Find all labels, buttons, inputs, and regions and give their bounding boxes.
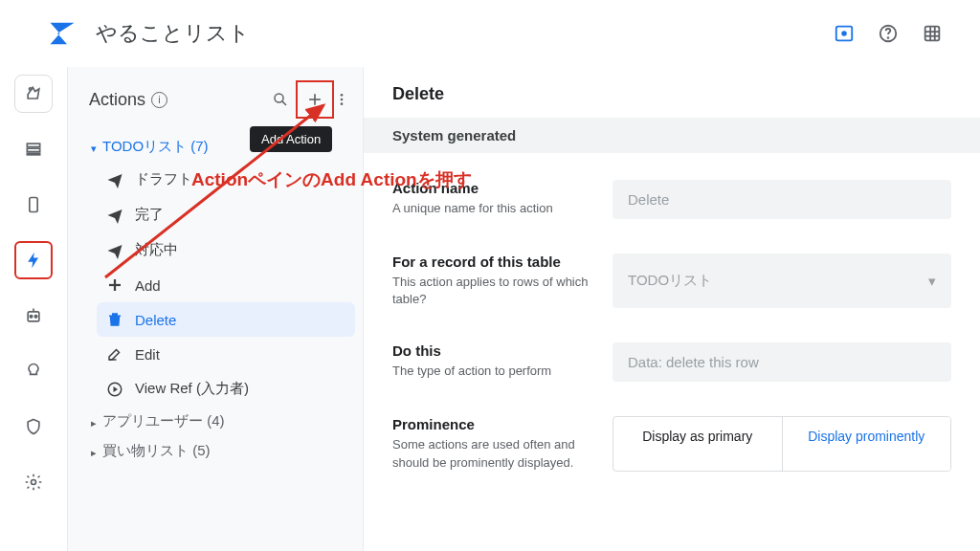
rail-views[interactable] (14, 186, 53, 224)
plane-icon (106, 207, 123, 224)
chevron-down-icon: ▾ (928, 273, 936, 290)
action-item[interactable]: Edit (97, 337, 355, 371)
svg-rect-13 (27, 153, 39, 155)
svg-rect-5 (925, 27, 940, 41)
plane-icon (106, 171, 123, 188)
do-this-select: Data: delete this row (612, 342, 951, 382)
field-help: A unique name for this action (392, 200, 593, 217)
field-help: Some actions are used often and should b… (392, 436, 593, 471)
svg-rect-11 (27, 143, 39, 146)
grid-button[interactable] (913, 14, 951, 53)
info-icon[interactable]: i (151, 92, 167, 108)
more-icon[interactable] (334, 84, 349, 115)
action-item-label: Edit (135, 346, 160, 363)
svg-point-20 (32, 480, 36, 485)
svg-rect-14 (30, 198, 37, 212)
plus-icon (106, 276, 123, 294)
section-header: System generated (364, 118, 980, 153)
action-item[interactable]: ドラフト (97, 162, 355, 197)
svg-point-21 (275, 94, 283, 102)
svg-marker-0 (51, 23, 75, 45)
svg-point-4 (888, 37, 889, 38)
action-name-input: Delete (612, 180, 951, 219)
field-label: Action name (392, 180, 593, 196)
group-shopping[interactable]: 買い物リスト (5) (87, 436, 355, 466)
svg-point-17 (30, 316, 33, 319)
field-label: Prominence (392, 416, 593, 432)
action-item[interactable]: 完了 (97, 197, 355, 232)
preview-button[interactable] (825, 14, 863, 53)
field-label: For a record of this table (392, 253, 593, 270)
add-action-tooltip: Add Action (250, 126, 332, 152)
svg-line-22 (282, 101, 286, 105)
svg-point-26 (341, 99, 344, 101)
app-title: やることリスト (96, 19, 250, 48)
svg-marker-31 (114, 386, 119, 392)
group-users[interactable]: アプリユーザー (4) (87, 407, 355, 436)
prominence-option-primary[interactable]: Display as primary (613, 417, 783, 470)
svg-rect-12 (27, 148, 39, 151)
rail-automation[interactable] (14, 297, 53, 335)
left-rail (0, 67, 67, 551)
chevron-right-icon (91, 443, 97, 459)
help-button[interactable] (869, 14, 907, 53)
edit-icon (106, 345, 123, 363)
rail-actions[interactable] (14, 241, 53, 279)
action-item[interactable]: View Ref (入力者) (97, 371, 355, 407)
group-label: TODOリスト (7) (102, 138, 209, 156)
chevron-down-icon (91, 139, 97, 155)
field-help: This action applies to rows of which tab… (392, 274, 593, 308)
action-item[interactable]: Add (97, 268, 355, 302)
group-label: 買い物リスト (5) (102, 442, 211, 460)
rail-intelligence[interactable] (14, 352, 53, 390)
detail-title: Delete (364, 67, 980, 118)
action-item-label: 完了 (135, 206, 164, 224)
svg-point-10 (29, 88, 32, 91)
prominence-segment: Display as primary Display prominently (612, 416, 951, 471)
action-item-label: Delete (135, 312, 176, 328)
action-item-label: ドラフト (135, 170, 192, 188)
field-label: Do this (392, 342, 593, 359)
prominence-option-prominent[interactable]: Display prominently (783, 417, 951, 470)
field-help: The type of action to perform (392, 363, 593, 380)
table-select: TODOリスト▾ (612, 253, 951, 308)
action-item-label: 対応中 (135, 241, 178, 259)
action-item[interactable]: 対応中 (97, 232, 355, 268)
rail-security[interactable] (14, 408, 53, 446)
trash-icon (106, 311, 123, 328)
actions-pane: Actions i Add Action TODOリスト (7) ドラフト完了対… (67, 67, 364, 551)
add-action-button[interactable]: Add Action (296, 80, 334, 119)
action-item-label: View Ref (入力者) (135, 380, 249, 398)
rail-settings[interactable] (14, 463, 53, 501)
group-label: アプリユーザー (4) (102, 412, 225, 430)
action-item[interactable]: Delete (97, 302, 355, 337)
action-item-label: Add (135, 277, 161, 294)
svg-point-2 (841, 31, 847, 36)
plane-icon (106, 242, 123, 259)
svg-point-27 (341, 102, 344, 105)
chevron-right-icon (91, 413, 97, 430)
svg-point-25 (341, 94, 344, 97)
app-logo (48, 19, 77, 48)
goto-icon (106, 381, 123, 398)
search-icon[interactable] (265, 84, 296, 115)
pane-title: Actions (89, 90, 145, 110)
detail-panel: Delete System generated Action name A un… (364, 67, 980, 551)
svg-marker-15 (28, 253, 38, 269)
svg-point-18 (34, 316, 37, 319)
rail-home[interactable] (14, 75, 53, 113)
rail-data[interactable] (14, 130, 53, 168)
